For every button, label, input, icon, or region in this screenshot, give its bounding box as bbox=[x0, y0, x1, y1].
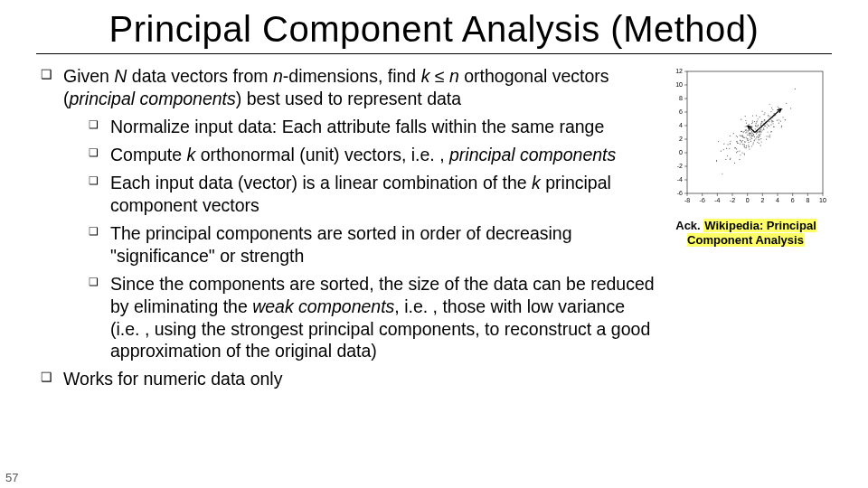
text-italic: k bbox=[187, 145, 196, 164]
svg-point-112 bbox=[785, 119, 786, 120]
pca-scatter-figure: -8-6-4-20246810-6-4-2024681012 bbox=[665, 67, 827, 211]
svg-point-204 bbox=[745, 147, 746, 148]
bullet-region: Given N data vectors from n-dimensions, … bbox=[36, 61, 660, 396]
text-italic: N bbox=[114, 66, 127, 86]
svg-point-277 bbox=[736, 141, 737, 142]
text-italic: k bbox=[532, 173, 541, 192]
svg-point-194 bbox=[748, 131, 749, 132]
svg-point-250 bbox=[757, 132, 758, 133]
svg-point-73 bbox=[757, 127, 758, 127]
svg-point-238 bbox=[760, 145, 761, 145]
svg-point-144 bbox=[767, 127, 768, 128]
svg-text:6: 6 bbox=[791, 197, 795, 203]
svg-point-246 bbox=[769, 116, 770, 117]
svg-point-101 bbox=[752, 120, 753, 121]
ack-prefix: Ack. bbox=[675, 219, 703, 232]
svg-point-175 bbox=[767, 124, 768, 125]
svg-point-227 bbox=[786, 103, 787, 104]
svg-point-264 bbox=[760, 136, 760, 136]
svg-point-162 bbox=[746, 145, 747, 146]
svg-point-200 bbox=[757, 120, 758, 121]
svg-point-67 bbox=[744, 145, 745, 145]
title-rule bbox=[36, 53, 832, 54]
svg-point-249 bbox=[729, 148, 730, 149]
svg-point-178 bbox=[743, 132, 744, 133]
slide-title: Principal Component Analysis (Method) bbox=[0, 0, 868, 53]
svg-point-159 bbox=[760, 117, 760, 117]
svg-point-135 bbox=[750, 141, 751, 142]
svg-point-213 bbox=[746, 147, 747, 148]
svg-point-164 bbox=[759, 134, 760, 135]
bullet-2: Works for numeric data only bbox=[36, 368, 656, 390]
svg-point-49 bbox=[749, 124, 750, 125]
svg-text:0: 0 bbox=[679, 149, 683, 155]
sub-bullet-3: Each input data (vector) is a linear com… bbox=[63, 172, 656, 217]
svg-point-231 bbox=[764, 112, 765, 113]
svg-point-210 bbox=[773, 127, 774, 127]
svg-point-215 bbox=[722, 174, 722, 174]
svg-point-106 bbox=[760, 129, 760, 130]
svg-point-41 bbox=[748, 130, 749, 131]
svg-point-265 bbox=[736, 152, 737, 153]
sub-bullet-2: Compute k orthonormal (unit) vectors, i.… bbox=[63, 144, 656, 166]
svg-point-267 bbox=[744, 137, 745, 138]
svg-point-232 bbox=[745, 130, 746, 131]
svg-point-129 bbox=[754, 121, 755, 122]
svg-point-273 bbox=[778, 123, 779, 124]
svg-text:-4: -4 bbox=[677, 176, 683, 183]
svg-point-59 bbox=[749, 148, 750, 149]
svg-point-51 bbox=[733, 133, 734, 134]
svg-point-93 bbox=[740, 135, 741, 136]
svg-point-206 bbox=[742, 140, 743, 141]
svg-point-282 bbox=[756, 115, 757, 116]
svg-point-280 bbox=[744, 141, 745, 142]
svg-point-266 bbox=[739, 150, 740, 151]
svg-text:-6: -6 bbox=[700, 197, 705, 203]
svg-point-98 bbox=[760, 138, 761, 139]
svg-point-208 bbox=[767, 131, 768, 132]
svg-point-268 bbox=[745, 116, 746, 117]
svg-point-270 bbox=[756, 123, 757, 124]
svg-point-187 bbox=[759, 143, 760, 144]
text: data vectors from bbox=[127, 66, 272, 86]
svg-point-123 bbox=[735, 147, 736, 148]
svg-point-233 bbox=[741, 141, 742, 142]
svg-point-185 bbox=[769, 121, 769, 122]
svg-text:10: 10 bbox=[675, 81, 683, 88]
svg-text:4: 4 bbox=[679, 122, 683, 128]
svg-point-115 bbox=[756, 136, 757, 137]
svg-point-139 bbox=[768, 125, 769, 126]
svg-point-230 bbox=[736, 148, 737, 149]
sub-bullet-1: Normalize input data: Each attribute fal… bbox=[63, 116, 656, 138]
svg-point-278 bbox=[751, 135, 752, 136]
page-number: 57 bbox=[5, 471, 18, 484]
svg-point-274 bbox=[768, 115, 769, 116]
svg-point-131 bbox=[741, 131, 741, 132]
text-italic: k ≤ n bbox=[421, 66, 459, 86]
svg-point-183 bbox=[774, 113, 775, 114]
svg-point-170 bbox=[782, 117, 783, 117]
svg-point-212 bbox=[737, 143, 738, 144]
svg-point-203 bbox=[777, 106, 778, 107]
svg-point-269 bbox=[750, 137, 751, 138]
svg-point-225 bbox=[741, 119, 741, 120]
svg-point-188 bbox=[730, 158, 731, 159]
svg-point-84 bbox=[741, 153, 742, 154]
svg-point-130 bbox=[758, 139, 759, 140]
svg-text:-4: -4 bbox=[714, 197, 720, 203]
svg-point-155 bbox=[741, 131, 742, 132]
svg-point-57 bbox=[718, 141, 719, 142]
svg-text:-2: -2 bbox=[677, 163, 683, 169]
svg-point-108 bbox=[781, 126, 782, 127]
svg-point-209 bbox=[751, 123, 752, 124]
svg-point-199 bbox=[770, 124, 771, 125]
svg-point-141 bbox=[795, 89, 796, 89]
svg-point-134 bbox=[748, 145, 749, 145]
svg-point-137 bbox=[744, 154, 745, 155]
svg-text:2: 2 bbox=[760, 197, 764, 203]
svg-text:6: 6 bbox=[679, 108, 683, 115]
svg-point-176 bbox=[755, 138, 756, 139]
svg-point-78 bbox=[754, 136, 755, 137]
svg-point-167 bbox=[772, 109, 773, 110]
svg-point-148 bbox=[762, 121, 763, 122]
